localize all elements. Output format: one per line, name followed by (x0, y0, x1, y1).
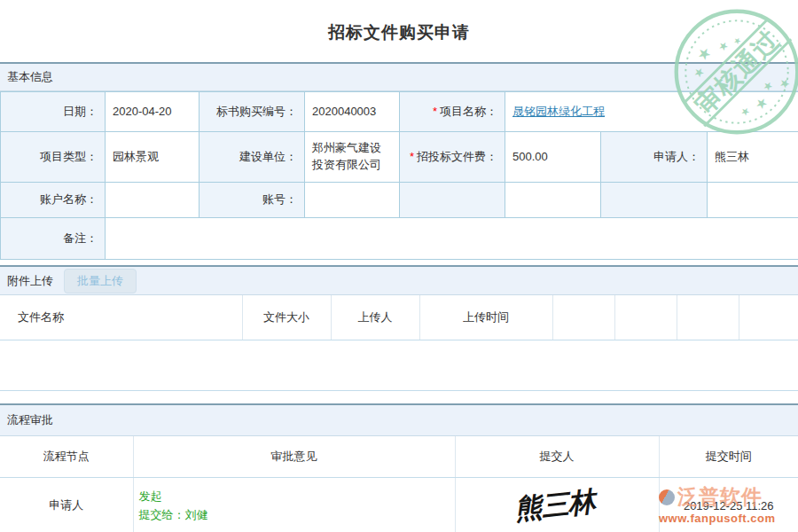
batch-upload-button[interactable]: 批量上传 (64, 269, 137, 293)
account-no-value (305, 183, 400, 218)
project-name-cell: 晟铭园林绿化工程 (505, 92, 798, 132)
account-no-label: 账号： (200, 183, 305, 218)
empty-value-cell (708, 183, 798, 218)
basic-info-row-2: 项目类型： 园林景观 建设单位： 郑州豪气建设投资有限公司 *招投标文件费： 5… (1, 132, 798, 183)
project-name-link[interactable]: 晟铭园林绿化工程 (512, 105, 605, 118)
watermark-url: www.fanpusoft.com (659, 512, 776, 525)
column-file-size: 文件大小 (242, 295, 331, 340)
fanpu-logo-icon (659, 489, 675, 505)
attachments-section-bar: 附件上传 批量上传 (0, 265, 798, 295)
spacer (0, 391, 798, 403)
bid-document-purchase-page: 招标文件购买申请 基本信息 日期： 2020-04-20 标书购买编号： 202… (0, 0, 798, 532)
flow-node-cell: 申请人 (0, 478, 133, 532)
approval-opinion-cell: 发起 提交给：刘健 (133, 478, 455, 532)
applicant-label: 申请人： (601, 132, 708, 183)
project-type-label: 项目类型： (1, 132, 106, 183)
required-mark: * (410, 150, 414, 163)
applicant-value: 熊三林 (708, 132, 798, 183)
doc-fee-label: *招投标文件费： (400, 132, 505, 183)
empty-value-cell (505, 183, 601, 218)
column-upload-time: 上传时间 (419, 295, 552, 340)
attachments-section-title: 附件上传 (7, 273, 53, 289)
date-label: 日期： (1, 92, 106, 132)
project-name-label: *项目名称： (400, 92, 505, 132)
required-mark: * (433, 105, 437, 118)
empty-label-cell (601, 183, 708, 218)
empty-label-cell (400, 183, 505, 218)
approval-header-row: 流程节点 审批意见 提交人 提交时间 (0, 436, 798, 478)
watermark-brand: 泛普软件 (677, 483, 763, 511)
signature: 熊三林 (514, 482, 599, 528)
column-file-name: 文件名称 (0, 295, 242, 340)
empty-header-cell (614, 295, 677, 340)
basic-info-row-3: 账户名称： 账号： (1, 183, 798, 218)
column-submit-time: 提交时间 (659, 436, 798, 478)
basic-info-table: 日期： 2020-04-20 标书购买编号： 2020040003 *项目名称：… (0, 91, 798, 260)
column-submitter: 提交人 (455, 436, 659, 478)
page-title: 招标文件购买申请 (0, 0, 798, 62)
attachments-table: 文件名称 文件大小 上传人 上传时间 (0, 295, 798, 340)
doc-fee-value: 500.00 (505, 132, 601, 183)
approval-section-title: 流程审批 (7, 412, 53, 428)
approval-section-bar: 流程审批 (0, 403, 798, 436)
attachments-header-row: 文件名称 文件大小 上传人 上传时间 (0, 295, 798, 340)
column-flow-node: 流程节点 (0, 436, 133, 478)
empty-header-cell (552, 295, 614, 340)
column-uploader: 上传人 (331, 295, 419, 340)
basic-info-section-bar: 基本信息 (0, 62, 798, 91)
submitter-signature-cell: 熊三林 (455, 478, 659, 532)
account-name-value (106, 183, 200, 218)
basic-info-row-4: 备注： (1, 218, 798, 260)
column-approval-opinion: 审批意见 (133, 436, 455, 478)
basic-info-section-title: 基本信息 (7, 69, 53, 85)
basic-info-row-1: 日期： 2020-04-20 标书购买编号： 2020040003 *项目名称：… (1, 92, 798, 132)
bid-no-label: 标书购买编号： (200, 92, 305, 132)
remark-label: 备注： (1, 218, 106, 260)
date-value: 2020-04-20 (106, 92, 200, 132)
opinion-initiate: 发起 (139, 487, 455, 505)
build-unit-value: 郑州豪气建设投资有限公司 (305, 132, 400, 183)
project-type-value: 园林景观 (106, 132, 200, 183)
build-unit-label: 建设单位： (200, 132, 305, 183)
account-name-label: 账户名称： (1, 183, 106, 218)
attachments-empty-body (0, 340, 798, 391)
empty-header-cell (677, 295, 739, 340)
empty-header-cell (739, 295, 798, 340)
opinion-submit-to: 提交给：刘健 (139, 505, 455, 524)
fanpu-watermark: 泛普软件 www.fanpusoft.com (659, 483, 776, 525)
remark-value (106, 218, 798, 260)
bid-no-value: 2020040003 (305, 92, 400, 132)
